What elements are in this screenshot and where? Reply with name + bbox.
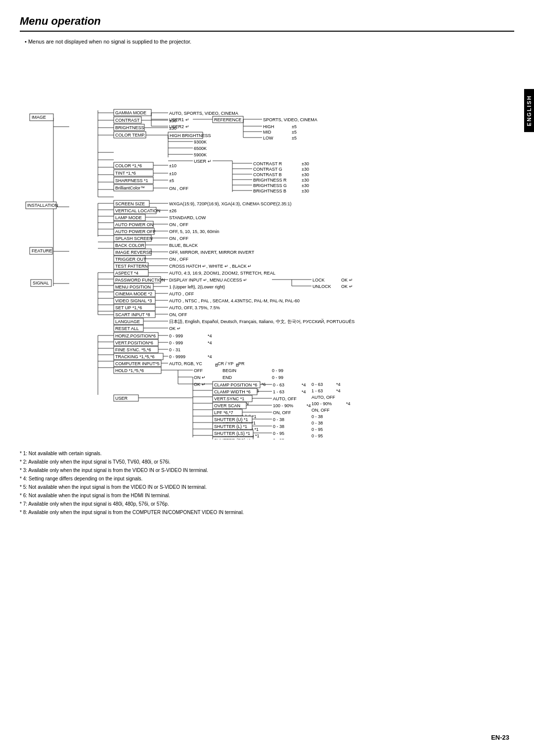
svg-text:BRIGHTNESS R: BRIGHTNESS R (253, 178, 287, 183)
page-title: Menu operation (20, 15, 514, 32)
svg-text:SET UP  *1,*6: SET UP *1,*6 (115, 305, 142, 310)
svg-text:CR / YP: CR / YP (218, 361, 233, 366)
svg-text:9300K: 9300K (194, 140, 207, 144)
svg-text:HIGH: HIGH (263, 124, 274, 129)
svg-text:0 - 9999: 0 - 9999 (169, 354, 185, 359)
svg-text:AUTO, 4:3, 16:9, ZOOM1, ZOOM2,: AUTO, 4:3, 16:9, ZOOM1, ZOOM2, STRETCH, … (169, 271, 275, 276)
svg-text:ON, OFF: ON, OFF (273, 410, 291, 415)
svg-text:±5: ±5 (169, 178, 174, 183)
svg-text:CONTRAST B: CONTRAST B (253, 172, 282, 177)
svg-text:0 - 31: 0 - 31 (169, 347, 180, 352)
svg-text:CONTRAST G: CONTRAST G (253, 167, 282, 172)
svg-text:TINT   *1,*6: TINT *1,*6 (115, 171, 136, 176)
svg-text:FINE SYNC. *5,*6: FINE SYNC. *5,*6 (115, 347, 151, 352)
svg-text:BLUE, BLACK: BLUE, BLACK (169, 243, 198, 248)
svg-text:VERTICAL LOCATION: VERTICAL LOCATION (115, 208, 160, 213)
svg-text:100 - 90%: 100 - 90% (273, 403, 293, 408)
svg-text:*4: *4 (336, 388, 341, 393)
svg-text:±10: ±10 (169, 163, 177, 168)
svg-text:±30: ±30 (302, 167, 309, 172)
svg-text:CROSS HATCH ↵, WHITE ↵ , BLACK: CROSS HATCH ↵, WHITE ↵ , BLACK ↵ (169, 264, 252, 269)
svg-text:ON , OFF: ON , OFF (169, 236, 188, 241)
svg-text:0 - 38: 0 - 38 (312, 421, 323, 425)
svg-text:BRIGHTNESS B: BRIGHTNESS B (253, 189, 286, 193)
svg-text:IMAGE REVERSE: IMAGE REVERSE (115, 250, 152, 255)
svg-text:0 - 63: 0 - 63 (273, 382, 284, 387)
svg-text:BACK COLOR: BACK COLOR (115, 243, 145, 248)
svg-text:COLOR TEMP.: COLOR TEMP. (115, 133, 145, 138)
svg-text:0 - 999: 0 - 999 (169, 340, 183, 345)
menu-diagram-svg: IMAGE INSTALLATION FEATURE SIGNAL GAMMA … (25, 53, 529, 439)
svg-text:ON, OFF: ON, OFF (312, 408, 330, 413)
svg-text:100 - 90%: 100 - 90% (312, 401, 332, 406)
svg-text:0 - 95: 0 - 95 (312, 433, 323, 438)
svg-text:0 - 99: 0 - 99 (272, 368, 283, 373)
svg-text:*4: *4 (336, 382, 341, 387)
svg-text:SPORTS, VIDEO, CINEMA: SPORTS, VIDEO, CINEMA (263, 117, 317, 122)
svg-text:±5: ±5 (292, 136, 297, 141)
svg-text:TRACKING *1,*5,*6: TRACKING *1,*5,*6 (115, 354, 155, 359)
svg-text:±5: ±5 (292, 130, 297, 135)
svg-text:BEGIN: BEGIN (222, 368, 236, 373)
svg-text:TEST PATTERN: TEST PATTERN (115, 264, 148, 269)
svg-text:AUTO, OFF: AUTO, OFF (312, 395, 335, 400)
footnote-5: * 5: Not available when the input signal… (20, 483, 514, 491)
svg-text:DISPLAY INPUT ↵, MENU ACCESS ↵: DISPLAY INPUT ↵, MENU ACCESS ↵ (169, 278, 247, 283)
svg-text:0 - 999: 0 - 999 (169, 333, 183, 338)
svg-text:MENU POSITION: MENU POSITION (115, 284, 151, 289)
svg-text:AUTO, OFF, 3.75%, 7.5%: AUTO, OFF, 3.75%, 7.5% (169, 305, 220, 310)
svg-text:0 - 38: 0 - 38 (273, 424, 284, 429)
svg-text:VIDEO SIGNAL *3: VIDEO SIGNAL *3 (115, 298, 152, 303)
svg-text:PASSWORD FUNCTION: PASSWORD FUNCTION (115, 278, 165, 283)
page-number: EN-23 (491, 734, 509, 741)
svg-text:±30: ±30 (302, 161, 309, 166)
svg-text:SHUTTER (U)  *1: SHUTTER (U) *1 (214, 417, 248, 422)
svg-text:1 - 63: 1 - 63 (273, 389, 284, 394)
svg-text:SCREEN SIZE: SCREEN SIZE (115, 201, 145, 206)
svg-text:LOW: LOW (263, 136, 273, 141)
svg-text:WXGA(15:9), 720P(16:9), XGA(4:: WXGA(15:9), 720P(16:9), XGA(4:3), CINEMA… (169, 201, 292, 206)
svg-text:OFF, 5, 10, 15, 30, 60min: OFF, 5, 10, 15, 30, 60min (169, 229, 220, 234)
svg-text:HORIZ.POSITION*6: HORIZ.POSITION*6 (115, 333, 156, 338)
svg-text:SHUTTER (L)  *1: SHUTTER (L) *1 (214, 424, 247, 429)
svg-text:CLAMP WIDTH *6: CLAMP WIDTH *6 (214, 389, 251, 394)
svg-text:±30: ±30 (169, 118, 177, 123)
svg-text:AUTO, SPORTS, VIDEO, CINEMA: AUTO, SPORTS, VIDEO, CINEMA (169, 111, 238, 116)
svg-text:0 - 95: 0 - 95 (273, 431, 284, 436)
svg-text:USER: USER (115, 396, 128, 401)
svg-text:±5: ±5 (292, 124, 297, 129)
svg-text:HIGH BRIGHTNESS: HIGH BRIGHTNESS (170, 133, 211, 138)
svg-text:AUTO, OFF: AUTO, OFF (273, 396, 297, 401)
svg-text:1 - 63: 1 - 63 (312, 388, 323, 393)
footnote-3: * 3: Available only when the input signa… (20, 466, 514, 474)
svg-text:LANGUAGE: LANGUAGE (115, 319, 140, 324)
footnote-2: * 2: Available only when the input signa… (20, 458, 514, 466)
svg-text:0 - 38: 0 - 38 (273, 417, 284, 422)
svg-text:ASPECT  *4: ASPECT *4 (115, 271, 138, 276)
svg-text:6500K: 6500K (194, 146, 207, 151)
svg-text:RESET ALL: RESET ALL (115, 326, 139, 331)
svg-text:*4: *4 (302, 389, 306, 394)
svg-text:LPF  *6,*7: LPF *6,*7 (214, 410, 233, 415)
svg-text:5900K: 5900K (194, 152, 207, 157)
svg-text:USER ↵: USER ↵ (194, 159, 212, 164)
svg-text:SIGNAL: SIGNAL (33, 281, 49, 285)
svg-text:INSTALLATION: INSTALLATION (27, 203, 58, 208)
svg-text:SHUTTER (LS)  *1: SHUTTER (LS) *1 (214, 431, 250, 436)
svg-text:*4: *4 (208, 333, 212, 338)
svg-text:±30: ±30 (302, 178, 309, 183)
svg-text:MID: MID (263, 130, 271, 135)
svg-text:CONTRAST: CONTRAST (115, 118, 140, 123)
svg-text:ON, OFF: ON, OFF (169, 312, 187, 317)
svg-text:VERT.POSITION*6: VERT.POSITION*6 (115, 340, 153, 345)
svg-text:OFF, MIRROR, INVERT, MIRROR IN: OFF, MIRROR, INVERT, MIRROR INVERT (169, 250, 255, 255)
svg-text:HOLD *1,*5,*6: HOLD *1,*5,*6 (115, 368, 144, 373)
svg-text:COMPUTER INPUT*5: COMPUTER INPUT*5 (115, 361, 160, 366)
svg-text:SHARPNESS  *1: SHARPNESS *1 (115, 178, 148, 183)
svg-text:UNLOCK: UNLOCK (312, 284, 331, 289)
svg-text:FEATURE: FEATURE (32, 248, 52, 253)
svg-text:AUTO , NTSC , PAL , SECAM, 4.4: AUTO , NTSC , PAL , SECAM, 4.43NTSC, PAL… (169, 298, 300, 303)
svg-text:CONTRAST R: CONTRAST R (253, 161, 282, 166)
svg-text:ON , OFF: ON , OFF (169, 222, 188, 227)
svg-text:0 - 95: 0 - 95 (312, 427, 323, 432)
